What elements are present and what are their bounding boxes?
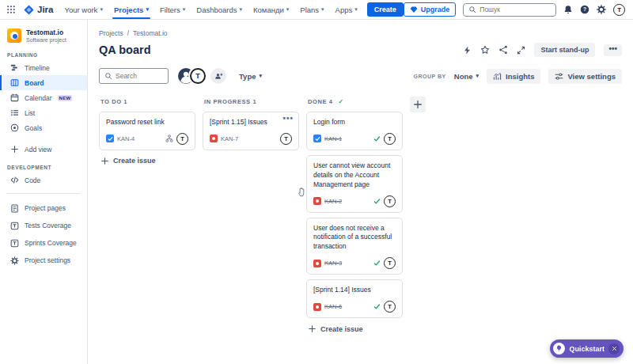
calendar-icon [10, 93, 19, 102]
issue-card-kan-1[interactable]: Login formKAN-1T [306, 112, 403, 150]
board-main: Projects / Testomat.io QA board Start st [88, 20, 633, 364]
sidebar-item-sprints-coverage[interactable]: Sprints Coverage [0, 234, 87, 252]
sidebar-item-list[interactable]: List [0, 105, 87, 120]
share-icon[interactable] [498, 45, 508, 55]
nav-item-команди[interactable]: Команди▾ [253, 0, 289, 19]
app-switcher-icon[interactable] [6, 5, 16, 14]
view-settings-label: View settings [567, 72, 616, 81]
issue-card-kan-7[interactable]: •••[Sprint 1.15] IssuesKAN-7T [203, 112, 299, 150]
chevron-down-icon: ▾ [476, 73, 479, 79]
card-assignee-avatar: T [384, 195, 396, 207]
quickstart-button[interactable]: Quickstart [550, 339, 624, 358]
assignee-avatar-t[interactable]: T [190, 68, 206, 84]
automation-lightning-icon[interactable] [463, 46, 472, 55]
column-title: TO DO 1 [100, 98, 127, 105]
help-icon[interactable]: ? [580, 5, 589, 14]
sidebar-item-add-view[interactable]: Add view [0, 142, 87, 157]
board-search[interactable] [99, 68, 169, 84]
sidebar-section-heading: DEVELOPMENT [0, 157, 87, 173]
done-check-icon [373, 198, 381, 205]
board-column-in-progress: IN PROGRESS 1•••[Sprint 1.15] IssuesKAN-… [203, 97, 299, 150]
group-by-dropdown[interactable]: None ▾ [454, 72, 479, 81]
assignee-avatars: T [178, 68, 226, 84]
jira-logo-text: Jira [37, 5, 53, 14]
view-settings-button[interactable]: View settings [548, 69, 622, 84]
nav-item-apps[interactable]: Apps▾ [335, 0, 358, 19]
sidebar-item-label: Add view [25, 146, 52, 154]
sidebar-item-label: Project pages [25, 204, 66, 212]
list-icon [10, 108, 19, 117]
type-filter-dropdown[interactable]: Type ▾ [239, 72, 262, 81]
sidebar-item-code[interactable]: Code [0, 173, 87, 188]
add-people-icon[interactable] [210, 68, 226, 84]
task-type-icon [313, 135, 321, 142]
group-by-value: None [454, 72, 473, 81]
create-issue-button[interactable]: Create issue [306, 318, 403, 339]
nav-item-projects[interactable]: Projects▾ [114, 0, 149, 19]
global-search-input[interactable] [479, 6, 551, 13]
board-more-button[interactable]: ••• [604, 44, 622, 56]
user-avatar[interactable]: T [613, 4, 625, 16]
card-assignee-avatar: T [384, 133, 396, 145]
card-assignee-avatar: T [280, 133, 292, 145]
project-subtitle: Software project [26, 37, 66, 43]
notifications-bell-icon[interactable] [563, 5, 573, 14]
create-issue-button[interactable]: Create issue [99, 150, 195, 172]
sidebar-item-project-pages[interactable]: Project pages [0, 199, 87, 217]
close-icon[interactable] [608, 343, 620, 355]
nav-item-filters[interactable]: Filters▾ [160, 0, 185, 19]
settings-gear-icon[interactable] [597, 5, 606, 14]
chevron-down-icon: ▾ [321, 6, 324, 13]
upgrade-button[interactable]: Upgrade [404, 2, 457, 17]
bug-type-icon [313, 197, 321, 205]
issue-card-kan-4[interactable]: Password reset linkKAN-4T [99, 112, 195, 150]
sidebar-nav: PLANNINGTimelineBoardCalendarNEWListGoal… [0, 44, 87, 269]
sidebar-item-goals[interactable]: Goals [0, 120, 87, 135]
breadcrumb-project-name[interactable]: Testomat.io [133, 29, 167, 37]
star-icon[interactable] [480, 45, 490, 55]
chevron-down-icon: ▾ [146, 6, 149, 13]
board-column-done: DONE 4✓Login formKAN-1TUser cannot view … [306, 97, 403, 339]
create-issue-label: Create issue [113, 157, 156, 165]
tests-coverage-icon [10, 222, 19, 230]
nav-item-plans[interactable]: Plans▾ [300, 0, 324, 19]
card-title: User cannot view account details on the … [313, 161, 396, 190]
global-search[interactable] [463, 3, 556, 17]
sidebar-item-board[interactable]: Board [0, 75, 87, 90]
insights-button[interactable]: Insights [487, 69, 540, 84]
board-search-input[interactable] [116, 72, 163, 80]
chevron-down-icon: ▾ [286, 6, 290, 13]
sidebar-item-timeline[interactable]: Timeline [0, 60, 87, 75]
issue-card-kan-3[interactable]: User does not receive a notification of … [306, 218, 403, 275]
upgrade-label: Upgrade [421, 6, 450, 13]
top-navigation-bar: Jira Your work▾Projects▾Filters▾Dashboar… [0, 0, 633, 20]
fullscreen-expand-icon[interactable] [517, 46, 525, 55]
sidebar-item-label: Code [25, 176, 40, 184]
nav-item-your-work[interactable]: Your work▾ [64, 0, 102, 19]
add-column-button[interactable] [410, 97, 426, 112]
jira-logo[interactable]: Jira [24, 5, 53, 15]
kanban-board: TO DO 1Password reset linkKAN-4TCreate i… [99, 97, 622, 339]
issue-card-kan-6[interactable]: [Sprint 1.14] IssuesKAN-6T [306, 279, 403, 318]
breadcrumb-projects[interactable]: Projects [99, 29, 123, 37]
sidebar-item-project-settings[interactable]: Project settings [0, 252, 87, 269]
card-title: [Sprint 1.14] Issues [313, 286, 396, 295]
sidebar-item-label: Calendar [25, 94, 52, 102]
settings-icon [10, 256, 19, 265]
breadcrumb-separator: / [127, 29, 129, 37]
card-more-icon[interactable]: ••• [282, 116, 294, 120]
type-filter-label: Type [239, 72, 256, 81]
nav-item-label: Apps [335, 6, 353, 14]
start-standup-button[interactable]: Start stand-up [534, 43, 595, 57]
sidebar-item-tests-coverage[interactable]: Tests Coverage [0, 217, 87, 234]
create-button[interactable]: Create [367, 2, 404, 17]
goals-icon [10, 123, 19, 132]
project-header[interactable]: Testomat.io Software project [0, 28, 87, 44]
quickstart-label: Quickstart [569, 345, 605, 353]
sidebar-item-calendar[interactable]: CalendarNEW [0, 90, 87, 105]
search-icon [104, 72, 112, 80]
sliders-icon [555, 72, 563, 81]
done-check-icon [373, 303, 381, 310]
issue-card-kan-2[interactable]: User cannot view account details on the … [306, 155, 403, 213]
nav-item-dashboards[interactable]: Dashboards▾ [196, 0, 242, 19]
